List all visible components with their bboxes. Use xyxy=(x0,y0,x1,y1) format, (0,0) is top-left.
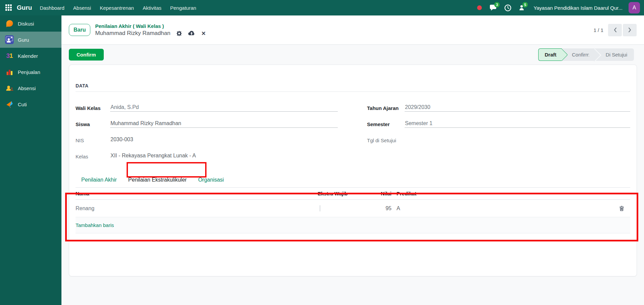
menu-absensi[interactable]: Absensi xyxy=(69,0,95,15)
chevron-left-icon xyxy=(613,27,617,33)
table-header-row: Nama Ekstra Wajib Nilai Predikat xyxy=(76,188,630,200)
field-label: Kelas xyxy=(76,154,110,160)
ekstra-wajib-checkbox[interactable] xyxy=(320,205,320,212)
sidebar-item-label: Absensi xyxy=(18,85,36,91)
sidebar-item-label: Kalender xyxy=(18,53,38,59)
apps-menu-icon[interactable] xyxy=(5,4,12,11)
gear-icon[interactable] xyxy=(176,31,182,36)
kelas-value: XII - Rekayasa Perangkat Lunak - A xyxy=(110,153,338,160)
messages-icon[interactable]: 3 xyxy=(489,3,499,13)
sidebar-item-cuti[interactable]: Cuti xyxy=(0,96,61,112)
sidebar-item-diskusi[interactable]: Diskusi xyxy=(0,15,61,32)
sidebar-item-label: Diskusi xyxy=(18,21,34,27)
tab-penilaian-akhir[interactable]: Penilaian Akhir xyxy=(76,174,123,187)
pager-previous-button[interactable] xyxy=(608,24,622,36)
time-off-kite-icon xyxy=(5,100,14,109)
sidebar-item-kalender[interactable]: 31 Kalender xyxy=(0,48,61,64)
messages-badge: 3 xyxy=(494,2,500,7)
cell-predikat[interactable]: A xyxy=(392,205,422,212)
tgl-disetujui-value xyxy=(405,137,630,144)
col-header-predikat[interactable]: Predikat xyxy=(392,191,422,196)
menu-pengaturan[interactable]: Pengaturan xyxy=(166,0,201,15)
semester-input[interactable]: Semester 1 xyxy=(405,120,630,128)
sidebar-item-label: Penjualan xyxy=(18,69,40,75)
col-header-nama[interactable]: Nama xyxy=(76,191,318,196)
cell-nilai[interactable]: 95 xyxy=(368,205,392,212)
confirm-button[interactable]: Confirm xyxy=(69,49,104,61)
field-label: NIS xyxy=(76,138,110,144)
activities-badge: 5 xyxy=(522,2,528,7)
discard-icon[interactable]: ✕ xyxy=(201,30,205,37)
statusbar-step-draft[interactable]: Draft xyxy=(538,48,562,61)
discuss-bubble-icon xyxy=(5,19,14,28)
form-sheet: DATA Wali Kelas Anida, S.Pd Siswa Muhamm… xyxy=(69,65,637,276)
delete-row-button[interactable] xyxy=(618,205,625,212)
tahun-ajaran-input[interactable]: 2029/2030 xyxy=(405,104,630,112)
col-header-ekstra-wajib[interactable]: Ekstra Wajib xyxy=(318,191,368,196)
calendar-31-icon: 31 xyxy=(5,51,14,60)
status-dot-icon[interactable] xyxy=(474,3,485,13)
attendance-people-icon xyxy=(5,84,14,92)
section-title: DATA xyxy=(76,83,630,92)
action-row: Confirm Draft Confirm Di Setujui xyxy=(61,45,644,65)
sidebar-item-penjualan[interactable]: Penjualan xyxy=(0,64,61,80)
wali-kelas-input[interactable]: Anida, S.Pd xyxy=(110,104,338,112)
menu-kepesantrenan[interactable]: Kepesantrenan xyxy=(95,0,138,15)
field-label: Tahun Ajaran xyxy=(367,105,405,112)
app-name[interactable]: Guru xyxy=(17,4,32,11)
menu-aktivitas[interactable]: Aktivitas xyxy=(138,0,166,15)
user-avatar[interactable]: A xyxy=(629,2,640,13)
field-siswa: Siswa Muhammad Rizky Ramadhan xyxy=(76,115,338,131)
breadcrumb-parent[interactable]: Penilaian Akhir ( Wali Kelas ) xyxy=(95,23,205,30)
cloud-save-icon[interactable] xyxy=(188,31,195,36)
menu-dashboard[interactable]: Dashboard xyxy=(35,0,68,15)
table-row[interactable]: Renang 95 A xyxy=(76,200,630,217)
field-tahun-ajaran: Tahun Ajaran 2029/2030 xyxy=(367,99,630,115)
statusbar: Draft Confirm Di Setujui xyxy=(538,48,634,61)
control-panel: Baru Penilaian Akhir ( Wali Kelas ) Muha… xyxy=(61,15,644,45)
ekstrakulikuler-table: Nama Ekstra Wajib Nilai Predikat Renang … xyxy=(76,188,630,249)
sidebar-item-label: Cuti xyxy=(18,102,27,107)
pager: 1 / 1 xyxy=(594,24,637,36)
field-nis: NIS 2030-003 xyxy=(76,131,338,147)
new-record-badge: Baru xyxy=(69,24,90,36)
main-content: Baru Penilaian Akhir ( Wali Kelas ) Muha… xyxy=(61,15,644,305)
app-window: Guru Dashboard Absensi Kepesantrenan Akt… xyxy=(0,0,644,305)
tab-penilaian-ekstrakulikuler[interactable]: Penilaian Ekstrakulikuler xyxy=(123,174,192,187)
activities-icon[interactable]: 5 xyxy=(517,3,527,13)
field-label: Semester xyxy=(367,121,405,128)
add-row-link[interactable]: Tambahkan baris xyxy=(76,222,114,228)
field-semester: Semester Semester 1 xyxy=(367,115,630,131)
form-fields: Wali Kelas Anida, S.Pd Siswa Muhammad Ri… xyxy=(76,92,630,163)
trash-icon xyxy=(619,206,624,211)
field-tgl-disetujui: Tgl di Setujui xyxy=(367,131,630,147)
field-wali-kelas: Wali Kelas Anida, S.Pd xyxy=(76,99,338,115)
sidebar-item-guru[interactable]: Guru xyxy=(0,32,61,48)
sidebar-item-absensi[interactable]: Absensi xyxy=(0,80,61,96)
add-row: Tambahkan baris xyxy=(76,217,630,233)
top-navbar: Guru Dashboard Absensi Kepesantrenan Akt… xyxy=(0,0,644,15)
notebook-tabs: Penilaian Akhir Penilaian Ekstrakulikule… xyxy=(76,174,630,188)
nis-value: 2030-003 xyxy=(110,137,338,144)
tab-organisasi[interactable]: Organisasi xyxy=(192,174,229,187)
cell-nama[interactable]: Renang xyxy=(76,205,318,212)
chevron-right-icon xyxy=(628,27,632,33)
top-menu: Dashboard Absensi Kepesantrenan Aktivita… xyxy=(35,0,200,15)
page-title: Muhammad Rizky Ramadhan xyxy=(95,30,170,37)
col-header-nilai[interactable]: Nilai xyxy=(368,191,392,196)
siswa-input[interactable]: Muhammad Rizky Ramadhan xyxy=(110,120,338,128)
field-label: Tgl di Setujui xyxy=(367,138,405,144)
field-label: Siswa xyxy=(76,121,110,128)
empty-row xyxy=(76,233,630,249)
sidebar: Diskusi Guru 31 Kalender xyxy=(0,15,61,305)
bar-chart-icon xyxy=(5,68,14,76)
sidebar-item-label: Guru xyxy=(18,37,29,43)
pager-counter: 1 / 1 xyxy=(594,27,603,33)
company-switcher[interactable]: Yayasan Pendidikan Islam Daarul Qur... xyxy=(534,5,623,11)
teacher-board-icon xyxy=(5,35,14,44)
clock-icon[interactable] xyxy=(503,3,513,13)
field-label: Wali Kelas xyxy=(76,105,110,112)
field-kelas: Kelas XII - Rekayasa Perangkat Lunak - A xyxy=(76,147,338,163)
pager-next-button[interactable] xyxy=(623,24,637,36)
